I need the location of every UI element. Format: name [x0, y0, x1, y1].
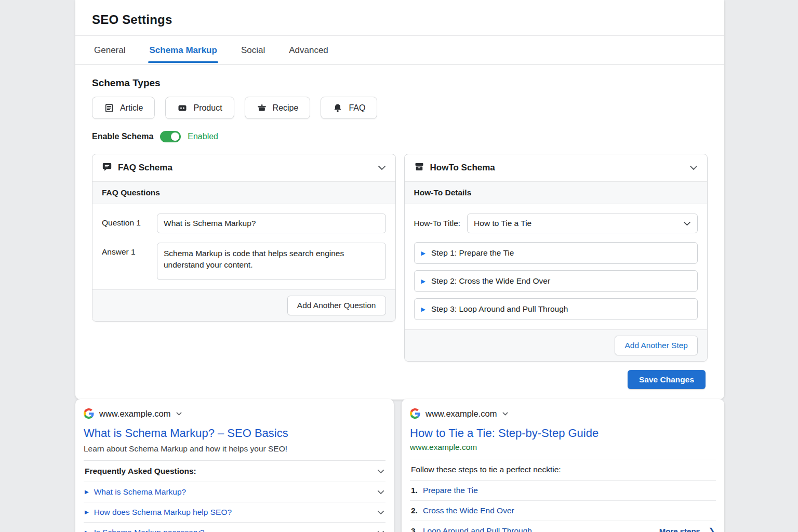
howto-intro: Follow these steps to tie a perfect neck…	[410, 459, 716, 481]
faq-icon	[332, 103, 343, 113]
faq-question-3: Is Schema Markup necessary?	[94, 528, 205, 532]
grid-box-icon	[414, 162, 424, 174]
chevron-down-icon	[377, 469, 384, 474]
product-type-label: Product	[193, 103, 222, 113]
faq-section-heading-row[interactable]: Frequently Asked Questions:	[84, 461, 385, 482]
card-header: SEO Settings	[75, 0, 724, 36]
howto-panel-header: HowTo Schema	[405, 154, 708, 182]
faq-panel-header: FAQ Schema	[92, 154, 395, 182]
article-type-label: Article	[120, 103, 143, 113]
more-steps-label: More steps...	[659, 527, 707, 532]
howto-step-2-label: Step 2: Cross the Wide End Over	[431, 276, 550, 286]
site-dropdown[interactable]: www.example.com	[84, 408, 385, 419]
question-1-row: Question 1	[102, 214, 386, 233]
google-icon	[410, 408, 420, 419]
chevron-down-icon	[176, 412, 182, 416]
faq-panel-footer: Add Another Question	[92, 289, 395, 321]
play-icon	[85, 510, 89, 515]
answer-1-textarea[interactable]: Schema Markup is code that helps search …	[157, 243, 386, 280]
chevron-down-icon[interactable]	[378, 165, 386, 170]
faq-type-label: FAQ	[349, 103, 365, 113]
more-steps-link[interactable]: More steps... ❯	[659, 526, 715, 532]
result-title-link[interactable]: What is Schema Markup? – SEO Basics	[84, 427, 385, 440]
schema-type-buttons: Article Product Recipe	[92, 97, 708, 119]
howto-step-1-label: Step 1: Prepare the Tie	[431, 248, 514, 258]
step-text: Prepare the Tie	[423, 486, 478, 495]
product-icon	[177, 103, 188, 113]
site-name: www.example.com	[425, 409, 497, 419]
faq-type-button[interactable]: FAQ	[321, 97, 377, 119]
play-icon	[85, 530, 89, 532]
recipe-type-label: Recipe	[273, 103, 299, 113]
chevron-down-icon[interactable]	[689, 165, 698, 170]
product-type-button[interactable]: Product	[165, 97, 234, 119]
howto-preview-step-3: 3. Loop Around and Pull Through More ste…	[410, 521, 716, 532]
enable-schema-row: Enable Schema Enabled	[92, 131, 708, 142]
tab-social[interactable]: Social	[241, 36, 265, 64]
schema-types-heading: Schema Types	[92, 77, 708, 89]
page: SEO Settings General Schema Markup Socia…	[0, 0, 798, 532]
howto-panel-body: How-To Title: How to Tie a Tie Step 1: P…	[405, 204, 708, 329]
chevron-down-icon	[377, 530, 384, 532]
howto-title-row: How-To Title: How to Tie a Tie	[414, 214, 698, 233]
howto-title-select[interactable]: How to Tie a Tie	[467, 214, 698, 233]
add-another-step-button[interactable]: Add Another Step	[615, 336, 698, 355]
tab-general[interactable]: General	[94, 36, 125, 64]
answer-1-label: Answer 1	[102, 243, 150, 280]
card-footer: Save Changes	[75, 362, 724, 400]
howto-preview-step-1: 1. Prepare the Tie	[410, 481, 716, 501]
answer-1-row: Answer 1 Schema Markup is code that help…	[102, 243, 386, 280]
play-icon	[421, 307, 425, 312]
result-title-link[interactable]: How to Tie a Tie: Step-by-Step Guide	[410, 427, 716, 440]
tab-schema-markup[interactable]: Schema Markup	[149, 36, 217, 64]
article-icon	[104, 103, 114, 113]
howto-title-label: How-To Title:	[414, 219, 461, 228]
howto-step-3-label: Step 3: Loop Around and Pull Through	[431, 304, 568, 314]
faq-question-row-2[interactable]: How does Schema Markup help SEO?	[84, 502, 385, 523]
howto-serp-preview-card: www.example.com How to Tie a Tie: Step-b…	[402, 399, 724, 532]
enable-schema-label: Enable Schema	[92, 132, 153, 141]
faq-question-row-1[interactable]: What is Schema Markup?	[84, 482, 385, 502]
tab-bar: General Schema Markup Social Advanced	[75, 36, 724, 65]
faq-schema-panel: FAQ Schema FAQ Questions Question 1 Answ…	[92, 154, 396, 322]
howto-step-1[interactable]: Step 1: Prepare the Tie	[414, 242, 698, 264]
faq-question-1: What is Schema Markup?	[94, 487, 186, 497]
play-icon	[421, 278, 425, 284]
faq-panel-body: Question 1 Answer 1 Schema Markup is cod…	[92, 204, 395, 289]
faq-question-row-3[interactable]: Is Schema Markup necessary?	[84, 523, 385, 532]
howto-step-3[interactable]: Step 3: Loop Around and Pull Through	[414, 298, 698, 320]
howto-panel-title: HowTo Schema	[430, 163, 495, 173]
enable-schema-toggle[interactable]	[160, 131, 181, 142]
faq-serp-preview-card: www.example.com What is Schema Markup? –…	[75, 399, 394, 532]
tab-advanced[interactable]: Advanced	[289, 36, 328, 64]
recipe-icon	[257, 103, 267, 113]
toggle-knob	[171, 132, 179, 141]
play-icon	[421, 250, 425, 256]
site-name: www.example.com	[99, 409, 171, 419]
chevron-down-icon	[377, 490, 384, 495]
schema-panels: FAQ Schema FAQ Questions Question 1 Answ…	[92, 154, 708, 362]
arrow-right-icon: ❯	[708, 526, 715, 532]
faq-panel-title: FAQ Schema	[118, 163, 172, 173]
result-url: www.example.com	[410, 443, 716, 452]
site-dropdown[interactable]: www.example.com	[410, 408, 716, 419]
step-number: 2.	[411, 506, 418, 515]
question-1-input[interactable]	[157, 214, 386, 233]
recipe-type-button[interactable]: Recipe	[245, 97, 311, 119]
howto-title-value: How to Tie a Tie	[474, 219, 531, 228]
article-type-button[interactable]: Article	[92, 97, 155, 119]
chat-bubble-icon	[102, 162, 112, 174]
howto-details-heading: How-To Details	[405, 182, 708, 204]
play-icon	[85, 489, 89, 495]
howto-preview-step-2: 2. Cross the Wide End Over	[410, 501, 716, 521]
page-title: SEO Settings	[92, 12, 708, 27]
howto-step-2[interactable]: Step 2: Cross the Wide End Over	[414, 270, 698, 292]
tab-content: Schema Types Article Product	[75, 65, 724, 362]
howto-schema-panel: HowTo Schema How-To Details How-To Title…	[404, 154, 708, 362]
step-number: 3.	[411, 526, 418, 532]
save-changes-button[interactable]: Save Changes	[628, 370, 706, 389]
add-another-question-button[interactable]: Add Another Question	[287, 296, 386, 315]
faq-section-heading: Frequently Asked Questions:	[85, 467, 196, 476]
chevron-down-icon	[502, 412, 508, 416]
result-description: Learn about Schema Markup and how it hel…	[84, 444, 385, 454]
